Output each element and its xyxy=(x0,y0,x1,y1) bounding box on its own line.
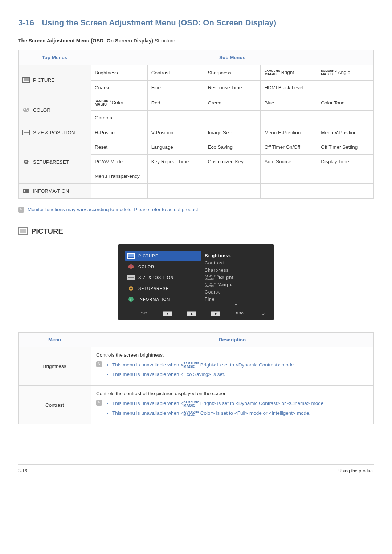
samsung-magic-logo: SAMSUNGMAGIC xyxy=(183,362,199,368)
osd-bottom-bar: EXIT ▼ ▲ ▶ AUTO ⏻ xyxy=(120,311,272,318)
th-sub-menus: Sub Menus xyxy=(91,50,374,65)
osd-item-color: COLOR xyxy=(125,262,201,272)
desc-row-brightness-label: Brightness xyxy=(19,347,91,386)
osd-preview: PICTURE COLOR SIZE&POSITION SETUP&RESET … xyxy=(118,244,274,320)
note-row: Monitor functions may vary according to … xyxy=(18,207,374,213)
osd-sub-magic-angle: SAMSUNGMAGICAngle xyxy=(205,281,267,288)
svg-text:i: i xyxy=(130,297,132,301)
osd-item-setup: SETUP&RESET xyxy=(125,283,201,294)
size-position-icon xyxy=(22,130,30,135)
cell xyxy=(147,184,204,198)
picture-section-label: PICTURE xyxy=(31,227,63,235)
svg-point-5 xyxy=(27,110,28,111)
svg-rect-11 xyxy=(23,189,29,193)
svg-point-25 xyxy=(130,288,132,289)
osd-sub-fine: Fine xyxy=(205,296,267,303)
cell: H-Position xyxy=(91,125,148,140)
cell: Image Size xyxy=(204,125,261,140)
setup-reset-icon xyxy=(127,286,135,291)
cell: Reset xyxy=(91,140,148,155)
desc-text: Color> is set to <Full> mode or <Intelli… xyxy=(200,410,311,416)
desc-text: Bright> is set to <Dynamic Contrast> mod… xyxy=(200,362,295,368)
cell: Off Timer On/Off xyxy=(261,140,317,155)
desc-lead: Controls the contrast of the pictures di… xyxy=(96,391,368,396)
cell xyxy=(317,81,374,95)
cell xyxy=(147,169,204,184)
cell: SAMSUNG MAGIC Color xyxy=(91,95,148,111)
cell xyxy=(204,111,261,125)
top-menu-picture-label: PICTURE xyxy=(33,77,54,83)
cell: Brightness xyxy=(91,65,148,81)
osd-down-button: ▼ xyxy=(163,311,172,316)
top-menu-sizepos-label: SIZE & POSI-TION xyxy=(33,130,75,135)
desc-text: This menu is unavailable when < xyxy=(112,410,183,416)
cell: Red xyxy=(147,95,204,111)
osd-item-label: SETUP&RESET xyxy=(138,286,172,291)
osd-item-label: COLOR xyxy=(138,264,154,269)
cell xyxy=(204,184,261,198)
top-menu-color: COLOR xyxy=(19,95,91,125)
cell: SAMSUNG MAGIC Bright xyxy=(261,65,317,81)
magic-angle-label: Angle xyxy=(338,70,351,75)
svg-point-3 xyxy=(24,109,25,110)
samsung-magic-logo: SAMSUNG MAGIC xyxy=(264,69,280,76)
cell: Sharpness xyxy=(204,65,261,81)
osd-sub-brightness: Brightness xyxy=(205,252,267,259)
cell: Menu V-Position xyxy=(317,125,374,140)
th-description: Description xyxy=(91,332,374,347)
top-menu-picture: PICTURE xyxy=(19,65,91,95)
cell: Customized Key xyxy=(204,155,261,169)
desc-lead: Controls the screen brightness. xyxy=(96,352,368,358)
cell: PC/AV Mode xyxy=(91,155,148,169)
description-table: Menu Description Brightness Controls the… xyxy=(18,332,374,424)
picture-section-heading: PICTURE xyxy=(18,227,374,235)
th-top-menus: Top Menus xyxy=(19,50,91,65)
svg-point-10 xyxy=(25,161,27,163)
color-icon xyxy=(22,107,30,113)
osd-item-picture: PICTURE xyxy=(125,251,201,261)
osd-right-column: Brightness Contrast Sharpness SAMSUNGMAG… xyxy=(205,251,267,307)
cell: Auto Source xyxy=(261,155,317,169)
osd-auto-label: AUTO xyxy=(235,311,244,316)
picture-icon xyxy=(22,77,30,83)
osd-enter-button: ▶ xyxy=(211,311,220,316)
osd-item-label: INFORMATION xyxy=(138,297,170,301)
samsung-magic-logo: SAMSUNGMAGIC xyxy=(183,401,199,407)
osd-sub-coarse: Coarse xyxy=(205,288,267,296)
section-title: Using the Screen Adjustment Menu (OSD: O… xyxy=(42,18,276,27)
cell xyxy=(147,111,204,125)
svg-rect-14 xyxy=(20,229,26,233)
desc-bullet: This menu is unavailable when <SAMSUNGMA… xyxy=(112,410,325,417)
osd-left-column: PICTURE COLOR SIZE&POSITION SETUP&RESET … xyxy=(125,251,205,307)
desc-text: This menu is unavailable when < xyxy=(112,362,183,368)
osd-exit-label: EXIT xyxy=(139,311,148,316)
svg-point-20 xyxy=(132,267,133,268)
samsung-magic-logo: SAMSUNGMAGIC xyxy=(205,275,219,280)
footer-left: 3-16 xyxy=(18,468,27,473)
information-icon xyxy=(22,188,30,194)
cell: Eco Saving xyxy=(204,140,261,155)
cell: HDMI Black Level xyxy=(261,81,317,95)
samsung-magic-logo: SAMSUNGMAGIC xyxy=(205,282,219,287)
cell: Green xyxy=(204,95,261,111)
chevron-down-icon: ▼ xyxy=(205,303,267,307)
cell: Coarse xyxy=(91,81,148,95)
cell: Color Tone xyxy=(317,95,374,111)
svg-rect-1 xyxy=(24,78,29,81)
top-menu-sizepos: SIZE & POSI-TION xyxy=(19,125,91,140)
svg-point-12 xyxy=(24,190,25,192)
magic-color-label: Color xyxy=(111,100,123,105)
note-icon xyxy=(96,361,102,367)
page-title-row: 3-16 Using the Screen Adjustment Menu (O… xyxy=(18,18,374,28)
top-menu-color-label: COLOR xyxy=(33,107,50,113)
note-text: Monitor functions may vary according to … xyxy=(28,207,199,212)
th-menu: Menu xyxy=(19,332,91,347)
cell xyxy=(91,184,148,198)
cell xyxy=(317,169,374,184)
information-icon: i xyxy=(127,296,135,302)
setup-reset-icon xyxy=(22,159,30,165)
magic-bright-label: Bright xyxy=(281,70,294,75)
osd-item-label: SIZE&POSITION xyxy=(138,275,173,280)
desc-text: Bright> is set to <Dynamic Contrast> or … xyxy=(200,401,325,406)
section-subheading: The Screen Adjustment Menu (OSD: On Scre… xyxy=(18,38,374,44)
